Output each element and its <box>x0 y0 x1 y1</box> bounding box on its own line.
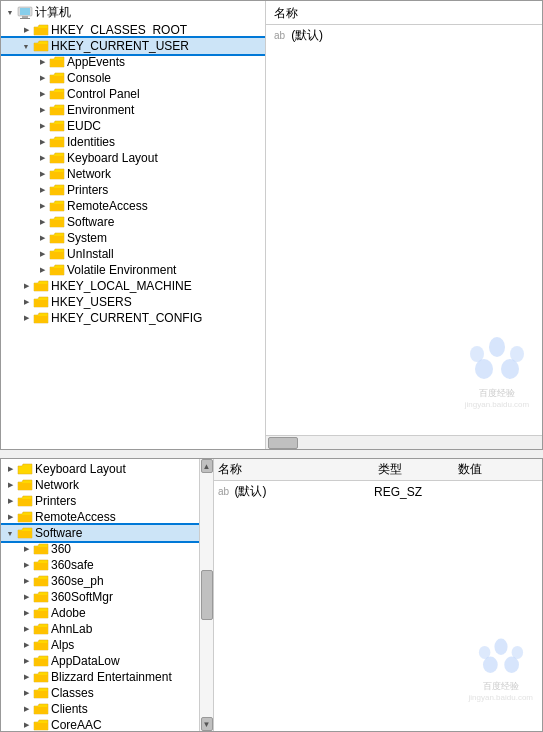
scrollbar-thumb-bottom[interactable] <box>201 570 213 620</box>
tree-item-network[interactable]: Network <box>1 166 265 182</box>
expand-identities[interactable] <box>35 135 49 149</box>
bottom-tree-item-adobe[interactable]: Adobe <box>1 605 213 621</box>
tree-item-keyboardlayout[interactable]: Keyboard Layout <box>1 150 265 166</box>
expand-volatileenv[interactable] <box>35 263 49 277</box>
tree-item-appevents[interactable]: AppEvents <box>1 54 265 70</box>
bottom-tree-item-alps[interactable]: Alps <box>1 637 213 653</box>
tree-item-hkcurrentuser[interactable]: HKEY_CURRENT_USER <box>1 38 265 54</box>
bottom-adobe-label: Adobe <box>51 606 86 620</box>
bottom-folder-keyboardlayout <box>17 462 33 476</box>
tree-item-volatileenv[interactable]: Volatile Environment <box>1 262 265 278</box>
bottom-expand-network[interactable] <box>3 478 17 492</box>
expand-remoteaccess[interactable] <box>35 199 49 213</box>
folder-icon-identities <box>49 135 65 149</box>
expand-hkcurrentuser[interactable] <box>19 39 33 53</box>
bottom-tree-item-network[interactable]: Network <box>1 477 213 493</box>
expand-controlpanel[interactable] <box>35 87 49 101</box>
tree-item-eudc[interactable]: EUDC <box>1 118 265 134</box>
svg-point-83 <box>483 657 498 673</box>
tree-item-remoteaccess[interactable]: RemoteAccess <box>1 198 265 214</box>
bottom-expand-coreaac[interactable] <box>19 718 33 731</box>
tree-item-software[interactable]: Software <box>1 214 265 230</box>
bottom-expand-adobe[interactable] <box>19 606 33 620</box>
expand-eudc[interactable] <box>35 119 49 133</box>
bottom-expand-360se-ph[interactable] <box>19 574 33 588</box>
tree-item-identities[interactable]: Identities <box>1 134 265 150</box>
expand-hklocalmachine[interactable] <box>19 279 33 293</box>
bottom-expand-360safe[interactable] <box>19 558 33 572</box>
bottom-360softmgr-label: 360SoftMgr <box>51 590 113 604</box>
expand-software[interactable] <box>35 215 49 229</box>
expand-network[interactable] <box>35 167 49 181</box>
folder-icon-console <box>49 71 65 85</box>
folder-icon-network <box>49 167 65 181</box>
tree-item-hkcurrentconfig[interactable]: HKEY_CURRENT_CONFIG <box>1 310 265 326</box>
bottom-expand-software[interactable] <box>3 526 17 540</box>
expand-appevents[interactable] <box>35 55 49 69</box>
bottom-tree-item-remoteaccess[interactable]: RemoteAccess <box>1 509 213 525</box>
console-label: Console <box>67 71 111 85</box>
expand-hkcurrentconfig[interactable] <box>19 311 33 325</box>
top-tree-pane: 计算机 HKEY_CLASSES_ROOT HKEY_CURRE <box>1 1 266 449</box>
svg-marker-69 <box>34 643 48 650</box>
bottom-expand-ahnlab[interactable] <box>19 622 33 636</box>
bottom-tree-scrollbar[interactable]: ▲ ▼ <box>199 459 213 731</box>
computer-label: 计算机 <box>35 4 71 21</box>
bottom-software-label: Software <box>35 526 82 540</box>
tree-item-system[interactable]: System <box>1 230 265 246</box>
uninstall-label: UnInstall <box>67 247 114 261</box>
tree-item-hkclassesroot[interactable]: HKEY_CLASSES_ROOT <box>1 22 265 38</box>
bottom-expand-360softmgr[interactable] <box>19 590 33 604</box>
bottom-expand-remoteaccess[interactable] <box>3 510 17 524</box>
bottom-tree-item-360se-ph[interactable]: 360se_ph <box>1 573 213 589</box>
scrollbar-up[interactable]: ▲ <box>201 459 213 473</box>
bottom-expand-appdatalow[interactable] <box>19 654 33 668</box>
expand-environment[interactable] <box>35 103 49 117</box>
tree-item-environment[interactable]: Environment <box>1 102 265 118</box>
tree-item-hkusers[interactable]: HKEY_USERS <box>1 294 265 310</box>
folder-icon-system <box>49 231 65 245</box>
bottom-expand-classes[interactable] <box>19 686 33 700</box>
expand-keyboardlayout[interactable] <box>35 151 49 165</box>
bottom-expand-clients[interactable] <box>19 702 33 716</box>
bottom-expand-keyboardlayout[interactable] <box>3 462 17 476</box>
bottom-tree-item-classes[interactable]: Classes <box>1 685 213 701</box>
bottom-expand-printers[interactable] <box>3 494 17 508</box>
expand-printers[interactable] <box>35 183 49 197</box>
bottom-tree-item-clients[interactable]: Clients <box>1 701 213 717</box>
tree-item-printers[interactable]: Printers <box>1 182 265 198</box>
expand-system[interactable] <box>35 231 49 245</box>
top-registry-panel: 计算机 HKEY_CLASSES_ROOT HKEY_CURRE <box>0 0 543 450</box>
bottom-tree-item-keyboardlayout[interactable]: Keyboard Layout <box>1 461 213 477</box>
h-scrollbar-thumb[interactable] <box>268 437 298 449</box>
expand-console[interactable] <box>35 71 49 85</box>
bottom-expand-blizzard[interactable] <box>19 670 33 684</box>
expand-computer[interactable] <box>3 6 17 20</box>
tree-item-computer[interactable]: 计算机 <box>1 3 265 22</box>
baidu-logo-icon <box>462 329 532 384</box>
bottom-baidu-text: 百度经验 <box>469 680 533 693</box>
bottom-tree-item-360safe[interactable]: 360safe <box>1 557 213 573</box>
bottom-tree-item-blizzard[interactable]: Blizzard Entertainment <box>1 669 213 685</box>
scrollbar-down[interactable]: ▼ <box>201 717 213 731</box>
bottom-expand-360[interactable] <box>19 542 33 556</box>
bottom-tree-item-printers[interactable]: Printers <box>1 493 213 509</box>
bottom-expand-alps[interactable] <box>19 638 33 652</box>
bottom-tree-item-360softmgr[interactable]: 360SoftMgr <box>1 589 213 605</box>
tree-item-hklocalmachine[interactable]: HKEY_LOCAL_MACHINE <box>1 278 265 294</box>
folder-icon-hkcurrentconfig <box>33 311 49 325</box>
bottom-tree-item-coreaac[interactable]: CoreAAC <box>1 717 213 731</box>
bottom-tree-item-appdatalow[interactable]: AppDataLow <box>1 653 213 669</box>
bottom-tree-item-360[interactable]: 360 <box>1 541 213 557</box>
expand-uninstall[interactable] <box>35 247 49 261</box>
h-scrollbar[interactable] <box>266 435 542 449</box>
expand-hkusers[interactable] <box>19 295 33 309</box>
expand-hkclassesroot[interactable] <box>19 23 33 37</box>
tree-item-console[interactable]: Console <box>1 70 265 86</box>
bottom-tree-item-software[interactable]: Software <box>1 525 213 541</box>
tree-item-uninstall[interactable]: UnInstall <box>1 246 265 262</box>
appevents-label: AppEvents <box>67 55 125 69</box>
svg-marker-67 <box>34 627 48 634</box>
bottom-tree-item-ahnlab[interactable]: AhnLab <box>1 621 213 637</box>
tree-item-controlpanel[interactable]: Control Panel <box>1 86 265 102</box>
